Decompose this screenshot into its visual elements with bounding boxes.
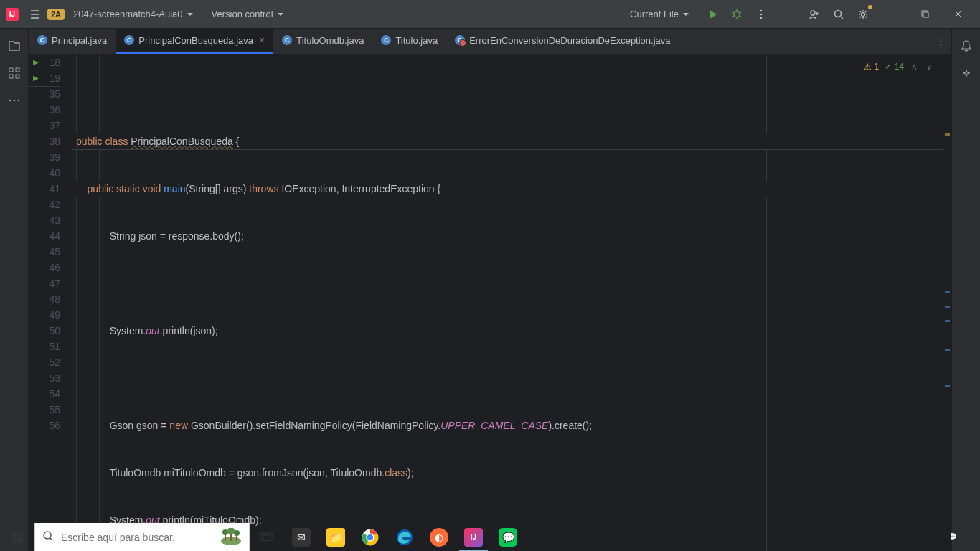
tab-titulo[interactable]: CTitulo.java (372, 29, 446, 54)
editor-tabs: CPrincipal.java CPrincipalConBusqueda.ja… (29, 29, 951, 55)
project-badge: 2A (47, 9, 65, 20)
notifications-tool-button[interactable] (956, 36, 976, 56)
run-config-selector[interactable]: Current File (626, 6, 693, 22)
postman-app[interactable]: ◐ (422, 523, 456, 552)
taskbar-search[interactable] (34, 523, 250, 552)
project-name: 2047-screenmatch4-Aula0 (73, 9, 182, 19)
svg-rect-8 (923, 12, 928, 17)
prev-highlight-button[interactable]: ∧ (910, 59, 919, 75)
java-class-icon: C (282, 35, 292, 45)
run-gutter-icon[interactable]: ▶ (33, 70, 39, 86)
tab-label: TituloOmdb.java (296, 35, 364, 46)
run-gutter-icon[interactable]: ▶ (33, 55, 39, 70)
svg-point-0 (734, 11, 740, 17)
edge-app[interactable] (387, 523, 422, 552)
code-with-me-button[interactable] (804, 4, 825, 25)
debug-button[interactable] (726, 4, 748, 25)
editor[interactable]: ⚠ 1 ✓ 14 ∧ ∨ ▶18 ▶19 35 36 37 38 39 40 4… (29, 55, 951, 551)
file-explorer-app[interactable]: 📁 (319, 523, 353, 552)
svg-rect-11 (9, 75, 13, 78)
svg-rect-22 (18, 532, 23, 537)
accessibility-icon[interactable] (960, 523, 976, 552)
svg-point-1 (760, 9, 762, 11)
search-icon (42, 530, 54, 544)
line-gutter: ▶18 ▶19 35 36 37 38 39 40 41 42 43 44 45… (29, 55, 72, 551)
close-button[interactable] (941, 0, 974, 29)
warning-badge[interactable]: ⚠ 1 (864, 59, 879, 75)
main-menu-button[interactable] (24, 4, 46, 25)
inspection-badges: ⚠ 1 ✓ 14 ∧ ∨ (864, 59, 934, 75)
titlebar: IJ 2A 2047-screenmatch4-Aula0 Version co… (0, 0, 980, 29)
java-class-icon: C (381, 35, 391, 45)
tab-label: ErrorEnConversionDeDuracionDeException.j… (469, 35, 670, 46)
svg-point-4 (811, 11, 815, 15)
tab-label: Principal.java (52, 35, 107, 46)
version-control-menu[interactable]: Version control (207, 6, 288, 22)
svg-point-28 (222, 529, 228, 535)
svg-rect-34 (263, 535, 270, 540)
maximize-button[interactable] (908, 0, 941, 29)
chevron-down-icon (187, 13, 193, 16)
tab-principalconbusqueda[interactable]: CPrincipalConBusqueda.java× (116, 29, 273, 54)
tab-errorexception[interactable]: CErrorEnConversionDeDuracionDeException.… (446, 29, 679, 54)
weather-widget[interactable] (213, 523, 249, 552)
close-tab-icon[interactable]: × (259, 35, 265, 45)
right-tool-bar (951, 29, 980, 551)
search-everywhere-button[interactable] (828, 4, 849, 25)
project-tool-button[interactable] (4, 36, 24, 56)
svg-point-5 (835, 10, 842, 17)
svg-rect-9 (9, 68, 13, 72)
structure-tool-button[interactable] (4, 63, 24, 83)
chrome-app[interactable] (353, 523, 387, 552)
svg-point-13 (9, 100, 11, 102)
svg-point-25 (44, 532, 51, 539)
chevron-down-icon (683, 13, 689, 16)
run-config-label: Current File (630, 9, 679, 19)
task-view-button[interactable] (250, 523, 284, 552)
weak-warning-badge[interactable]: ✓ 14 (885, 59, 904, 75)
java-class-icon: C (124, 35, 134, 45)
svg-point-6 (862, 12, 865, 16)
error-stripe[interactable] (943, 55, 951, 551)
taskbar-apps: ✉ 📁 ◐ IJ 💬 (250, 523, 525, 552)
intellij-app[interactable]: IJ (456, 523, 491, 552)
tabs-more-button[interactable]: ⋮ (930, 29, 951, 54)
more-actions-button[interactable] (750, 4, 772, 25)
run-button[interactable] (702, 4, 723, 25)
chevron-down-icon (278, 13, 283, 16)
svg-rect-21 (11, 532, 17, 537)
svg-rect-23 (11, 538, 17, 543)
svg-point-41 (967, 533, 969, 535)
more-tool-button[interactable] (4, 90, 24, 110)
svg-point-3 (760, 17, 762, 18)
next-highlight-button[interactable]: ∨ (925, 59, 934, 75)
tab-tituloomdb[interactable]: CTituloOmdb.java (273, 29, 372, 54)
minimize-button[interactable] (875, 0, 908, 29)
svg-point-14 (13, 100, 15, 102)
mail-app[interactable]: ✉ (284, 523, 319, 552)
svg-rect-12 (16, 75, 19, 78)
java-class-icon: C (37, 35, 47, 45)
settings-button[interactable] (852, 4, 874, 25)
svg-rect-10 (16, 68, 19, 72)
svg-point-15 (17, 100, 19, 102)
tab-label: PrincipalConBusqueda.java (138, 35, 253, 46)
line-app[interactable]: 💬 (491, 523, 525, 552)
java-exception-icon: C (455, 35, 465, 45)
vcs-label: Version control (212, 9, 273, 19)
ai-assistant-tool-button[interactable] (956, 63, 976, 83)
tab-label: Titulo.java (395, 35, 438, 46)
search-input[interactable] (61, 532, 213, 543)
project-selector[interactable]: 2047-screenmatch4-Aula0 (69, 6, 197, 22)
svg-point-37 (367, 534, 374, 541)
intellij-logo-icon: IJ (6, 8, 19, 21)
svg-point-30 (227, 528, 235, 534)
svg-rect-24 (18, 538, 23, 543)
left-tool-bar (0, 29, 29, 551)
svg-point-32 (234, 530, 240, 536)
code-area[interactable]: public class PrincipalConBusqueda { publ… (72, 55, 943, 551)
svg-point-2 (760, 13, 762, 14)
tab-principal[interactable]: CPrincipal.java (29, 29, 116, 54)
